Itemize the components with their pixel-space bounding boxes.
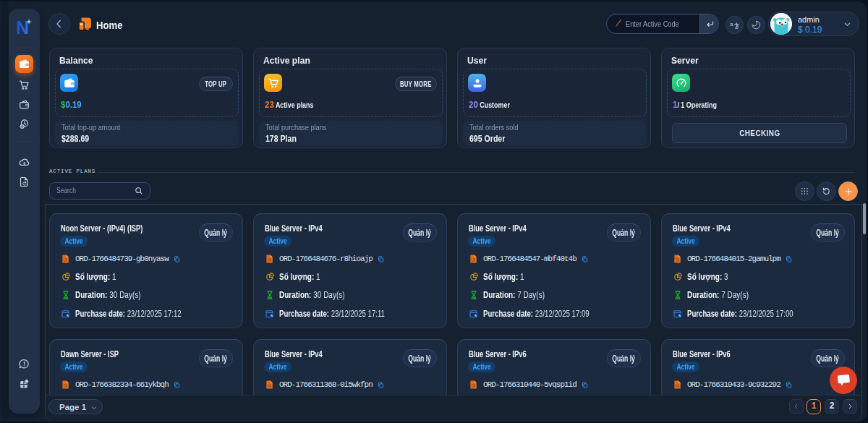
svg-text:a: a — [730, 21, 733, 27]
